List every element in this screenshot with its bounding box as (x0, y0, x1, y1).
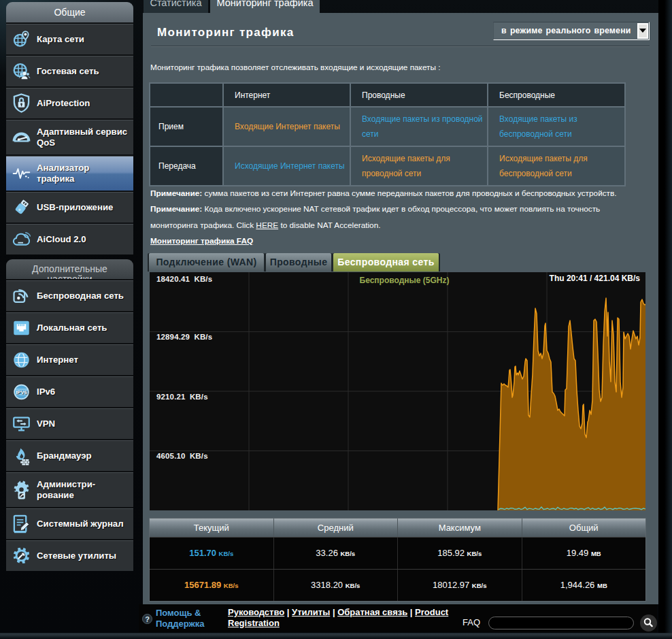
svg-text:IPV6: IPV6 (16, 389, 27, 395)
